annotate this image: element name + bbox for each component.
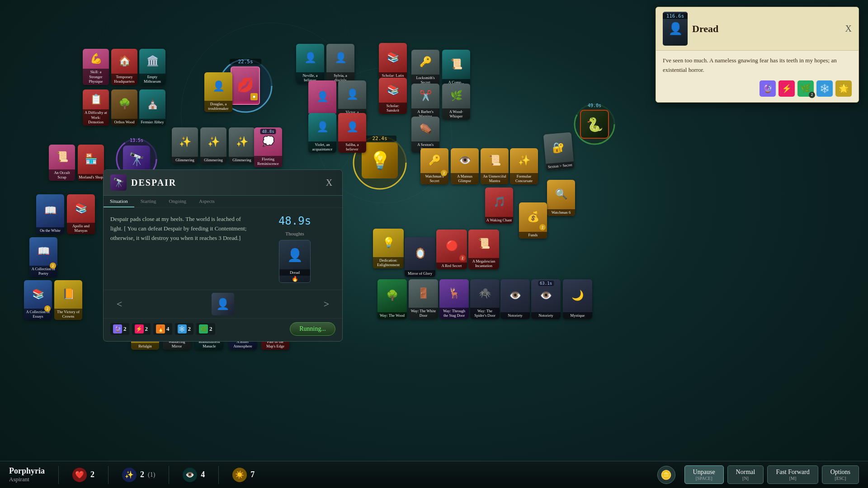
- card-icon: 👤: [308, 113, 336, 141]
- card-comp[interactable]: 📜 A Comp...: [442, 50, 470, 86]
- tooltip-icon-2: ⚡: [778, 80, 795, 97]
- funds-value: 7: [250, 470, 255, 479]
- despair-tab-starting[interactable]: Starting: [134, 196, 163, 207]
- card-mirror-of-glory[interactable]: 🪞 Mirror of Glory: [405, 237, 435, 277]
- tooltip-icon-1: 🔮: [760, 80, 776, 97]
- card-on-the-white[interactable]: 📖 On the White: [36, 194, 64, 234]
- card-label: An Occult Scrap: [49, 169, 75, 181]
- card-badge-funds: 2: [539, 224, 546, 230]
- card-icon: 🎵: [485, 188, 513, 217]
- card-scholar-latin[interactable]: 📚 Scholar: Latin: [379, 43, 407, 79]
- options-button[interactable]: Options [ESC]: [822, 465, 859, 484]
- card-megalescian-incantation[interactable]: 📜 A Megalescian Incantation: [468, 230, 499, 269]
- card-label: A Difficulty at Work: Demotion: [83, 109, 109, 126]
- card-empty-mithraeum[interactable]: 🏛️ Empty Mithraeum: [139, 49, 165, 85]
- card-saliba[interactable]: 👤 Saliba, a believer: [338, 113, 366, 153]
- dread-tooltip-close[interactable]: X: [845, 23, 852, 34]
- topright-ring-icon: 🐍: [580, 110, 609, 139]
- card-barbers-warning[interactable]: ✂️ A Barber's Warning: [411, 84, 439, 120]
- card-label: Way: The Wood: [377, 312, 407, 319]
- divider-1: [58, 466, 59, 484]
- running-button[interactable]: Running...: [290, 322, 335, 336]
- card-douglas[interactable]: 👤 Douglas, a troublemaker: [204, 72, 232, 112]
- card-orthos-wood[interactable]: 🌳 Orthos Wood: [111, 89, 137, 126]
- card-badge-poetry: 2: [50, 263, 56, 269]
- card-glimmering-3[interactable]: ✨ Glimmering: [229, 127, 255, 164]
- card-formulae-concursate[interactable]: ✨ Formulae Concursate: [510, 148, 538, 184]
- card-notoriety-1[interactable]: 👁️ Notoriety: [500, 279, 530, 319]
- card-label: Saliba, a believer: [338, 141, 366, 153]
- card-occult-scrap[interactable]: 📜 An Occult Scrap: [49, 145, 75, 181]
- fast-forward-label: Fast Forward: [776, 469, 809, 476]
- card-wood-whisper[interactable]: 🌿 A Wood-Whisper: [442, 84, 470, 120]
- despair-nav-next[interactable]: >: [320, 297, 333, 311]
- card-waking-chant[interactable]: 🎵 A Waking Chant: [485, 188, 513, 224]
- despair-close-button[interactable]: X: [323, 176, 335, 189]
- card-mansus-glimpse[interactable]: 👁️ A Mansus Glimpse: [451, 148, 479, 184]
- despair-nav-prev[interactable]: <: [113, 297, 126, 311]
- card-sylvia[interactable]: 👤 Sylvia, a disciple: [326, 44, 354, 84]
- card-difficulty-work[interactable]: 📋 A Difficulty at Work: Demotion: [83, 89, 109, 126]
- dread-card-mini-icon: 👤: [668, 22, 683, 36]
- card-collection-poetry[interactable]: 📖 A Collection of Poetry 2: [29, 237, 57, 277]
- card-watchmans-secret[interactable]: 🔑 Watchman's Secret 2: [420, 148, 448, 184]
- despair-dialog-timer: 48.9s: [278, 215, 311, 227]
- card-badge-essays: 2: [44, 305, 51, 312]
- card-dedication-enlightenment[interactable]: 💡 Dedication: Enlightenment: [373, 229, 404, 268]
- timer-circle-top-right: 49.0s 🐍: [572, 102, 617, 147]
- resource-icon-5: 🌿: [199, 324, 208, 333]
- card-scholar-sanskrit[interactable]: 📚 Scholar: Sanskrit: [379, 78, 407, 114]
- card-icon: 🏠: [111, 49, 137, 74]
- card-label: Notoriety: [500, 312, 530, 319]
- card-way-spiders-door[interactable]: 🕷️ Way: The Spider's Door: [470, 279, 500, 319]
- card-fleeting-reminiscence[interactable]: 48.8s 💭 Fleeting Reminiscence: [254, 127, 282, 167]
- card-sextons-secret[interactable]: ⚰️ A Sexton's Secret: [411, 117, 439, 153]
- card-label: Fermier Abbey: [139, 119, 165, 126]
- card-icon: ✨: [510, 148, 538, 173]
- card-unmerciful-mantra[interactable]: 📜 An Unmerciful Mantra: [481, 148, 509, 184]
- normal-button[interactable]: Normal [N]: [727, 465, 764, 484]
- card-notoriety-2[interactable]: 👁️ Notoriety 63.1s: [531, 279, 561, 319]
- card-locksmiths-secret[interactable]: 🔑 Locksmith's Secret: [411, 50, 439, 86]
- card-center-pink[interactable]: 💋 ■: [231, 66, 260, 105]
- coin-icon: 🪙: [657, 466, 675, 484]
- card-label: Dedication: Enlightenment: [373, 257, 404, 268]
- bottom-bar: Porphyria Aspirant ❤️ 2 ✨ 2 (1) 👁️ 4 ☀️ …: [0, 461, 868, 488]
- card-morlands-shop[interactable]: 🏪 Morland's Shop: [78, 145, 104, 181]
- despair-tab-ongoing[interactable]: Ongoing: [163, 196, 193, 207]
- card-sexton-secret[interactable]: 🔐 Sexton > Secret: [543, 132, 575, 170]
- card-way-stag-door[interactable]: 🦌 Way: Through the Stag Door: [439, 279, 469, 319]
- card-victory-crowns[interactable]: 📙 The Victory of Crowns: [54, 280, 82, 320]
- card-label: Douglas, a troublemaker: [204, 101, 232, 112]
- card-mystique[interactable]: 🌙 Mystique: [563, 279, 592, 319]
- card-watchman6[interactable]: 🔍 Watchman 6: [547, 180, 575, 216]
- card-label: A Wood-Whisper: [442, 108, 470, 120]
- card-label: A Red Secret: [436, 263, 467, 269]
- card-way-wood[interactable]: 🌳 Way: The Wood: [377, 279, 407, 319]
- card-temp-hq[interactable]: 🏠 Temporary Headquarters: [111, 49, 137, 85]
- despair-slot-icon: 👤: [287, 240, 303, 269]
- reason-value: 4: [201, 470, 205, 479]
- card-icon: 🔐: [543, 132, 574, 164]
- card-fermier-abbey[interactable]: ⛪ Fermier Abbey: [139, 89, 165, 126]
- card-icon: 📙: [54, 280, 82, 309]
- card-glimmering-2[interactable]: ✨ Glimmering: [200, 127, 226, 164]
- card-way-white-door[interactable]: 🚪 Way: The White Door: [409, 279, 438, 319]
- card-label: Way: The White Door: [409, 308, 438, 319]
- card-apollo-marsyas[interactable]: 📚 Apollo and Marsyas: [67, 194, 95, 234]
- card-collection-essays[interactable]: 📚 A Collection of Essays 2: [24, 280, 52, 320]
- card-violet[interactable]: 👤 Violet, an acquaintance: [308, 113, 336, 153]
- card-funds[interactable]: 💰 Funds 2: [519, 202, 547, 239]
- card-icon: 📜: [468, 230, 499, 258]
- despair-card-slot[interactable]: 👤 Dread 🔥: [279, 240, 311, 283]
- fast-forward-button[interactable]: Fast Forward [M]: [767, 465, 818, 484]
- unpause-button[interactable]: Unpause [SPACE]: [684, 465, 724, 484]
- card-glimmering-1[interactable]: ✨ Glimmering: [172, 127, 198, 164]
- card-skill-physique[interactable]: 💪 Skill: a Stronger Physique: [83, 49, 109, 85]
- despair-tab-situation[interactable]: Situation: [104, 196, 134, 207]
- card-icon: 📚: [379, 78, 407, 103]
- card-neville[interactable]: 👤 Neville, a believer: [296, 44, 324, 84]
- despair-tab-aspects[interactable]: Aspects: [193, 196, 221, 207]
- card-icon: 👤: [204, 72, 232, 101]
- card-red-secret[interactable]: 🔴 A Red Secret 2: [436, 230, 467, 269]
